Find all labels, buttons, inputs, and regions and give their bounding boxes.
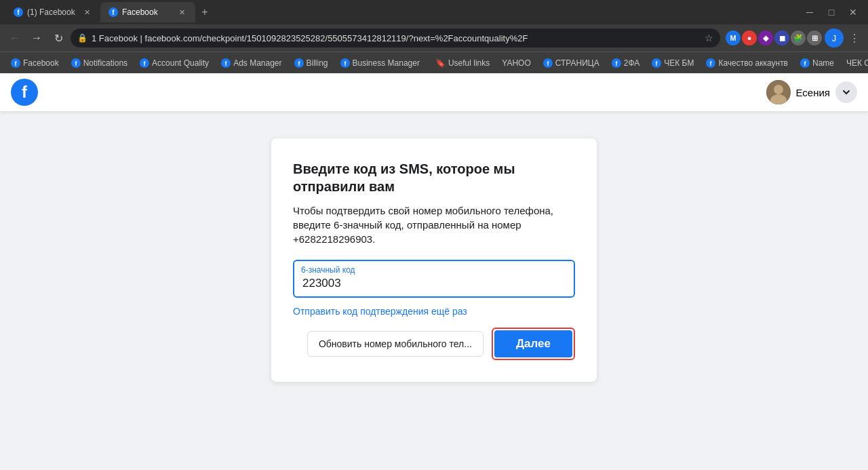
bookmark-favicon-fb: f [11, 58, 20, 68]
forward-button[interactable]: → [27, 28, 46, 47]
bookmark-favicon-stranica: f [543, 58, 553, 68]
bookmark-useful-links[interactable]: 🔖 Useful links [431, 57, 495, 69]
tab-title-2: Facebook [122, 7, 172, 17]
bookmark-label-ads-manager: Ads Manager [233, 58, 281, 68]
bookmark-favicon-bm: f [340, 58, 350, 68]
address-bar[interactable]: 🔒 1 Facebook | facebook.com/checkpoint/1… [71, 28, 720, 47]
new-tab-button[interactable]: + [195, 3, 214, 22]
bookmark-notifications[interactable]: f Notifications [66, 57, 133, 69]
bookmark-favicon-notif: f [71, 58, 81, 68]
url-text: 1 Facebook | facebook.com/checkpoint/150… [92, 33, 701, 43]
ext-icon-2[interactable]: ● [742, 31, 757, 45]
tab-close-2[interactable]: ✕ [176, 7, 187, 18]
back-button[interactable]: ← [5, 28, 24, 47]
bookmark-chek-bm[interactable]: f ЧЕК БМ [646, 57, 699, 69]
buttons-row: Обновить номер мобильного тел... Далее [293, 328, 575, 360]
bookmark-name[interactable]: f Name [795, 57, 840, 69]
nav-bar: ← → ↻ 🔒 1 Facebook | facebook.com/checkp… [0, 24, 868, 52]
ext-icon-grid[interactable]: ⊞ [807, 31, 822, 45]
browser-menu-button[interactable]: ⋮ [846, 29, 863, 47]
lock-icon: 🔒 [77, 33, 87, 43]
bookmark-billing[interactable]: f Billing [289, 57, 334, 69]
close-button[interactable]: ✕ [844, 3, 863, 22]
bookmark-label-business-manager: Business Manager [353, 58, 420, 68]
title-bar: f (1) Facebook ✕ f Facebook ✕ + ─ □ ✕ [0, 0, 868, 24]
tab-favicon-1: f [14, 7, 23, 17]
bookmark-label-2fa: 2ФА [624, 58, 640, 68]
bookmark-favicon-useful: 🔖 [436, 58, 446, 68]
browser-frame: f (1) Facebook ✕ f Facebook ✕ + ─ □ ✕ ← … [0, 0, 868, 470]
fb-header: f Есения [0, 73, 868, 111]
bookmark-label-notifications: Notifications [83, 58, 127, 68]
bookmark-business-manager[interactable]: f Business Manager [335, 57, 425, 69]
card-description: Чтобы подтвердить свой номер мобильного … [293, 203, 575, 246]
card-title: Введите код из SMS, которое мы отправили… [293, 160, 575, 195]
tab-facebook-2[interactable]: f Facebook ✕ [100, 2, 195, 22]
bookmark-account-quality[interactable]: f Account Quality [134, 57, 214, 69]
bookmark-2fa[interactable]: f 2ФА [606, 57, 646, 69]
fb-header-right: Есения [766, 80, 857, 104]
header-dropdown-button[interactable] [835, 81, 857, 103]
bookmark-favicon-name: f [800, 58, 810, 68]
next-button[interactable]: Далее [494, 330, 572, 357]
bookmark-kachestvo[interactable]: f Качество аккаунтв [701, 57, 793, 69]
verification-card: Введите код из SMS, которое мы отправили… [271, 138, 597, 382]
tab-favicon-2: f [108, 7, 118, 17]
maximize-button[interactable]: □ [822, 3, 841, 22]
ext-icon-4[interactable]: ◼ [774, 31, 789, 45]
window-controls: ─ □ ✕ [800, 3, 863, 22]
extension-icons: M ● ◆ ◼ 🧩 ⊞ [726, 31, 822, 45]
ext-icon-1[interactable]: M [726, 31, 741, 45]
update-phone-button[interactable]: Обновить номер мобильного тел... [307, 331, 484, 357]
bookmark-label-chek-seloi: ЧЕК СЕЛОИ [846, 58, 868, 68]
fb-logo[interactable]: f [11, 79, 38, 106]
tab-facebook-1[interactable]: f (1) Facebook ✕ [5, 2, 100, 22]
bookmark-label-billing: Billing [307, 58, 328, 68]
user-avatar [766, 80, 791, 104]
next-button-wrapper: Далее [492, 328, 575, 360]
bookmark-label-facebook: Facebook [23, 58, 59, 68]
bookmark-label-kachestvo: Качество аккаунтв [718, 58, 788, 68]
ext-icon-3[interactable]: ◆ [758, 31, 773, 45]
svg-point-27 [774, 85, 783, 94]
user-name: Есения [796, 87, 830, 98]
code-input-label: 6-значный код [301, 265, 355, 275]
minimize-button[interactable]: ─ [800, 3, 819, 22]
bookmark-stranica[interactable]: f СТРАНИЦА [538, 57, 605, 69]
bookmark-favicon-billing: f [294, 58, 304, 68]
bookmark-favicon-ads: f [221, 58, 231, 68]
main-area: Введите код из SMS, которое мы отправили… [0, 111, 868, 409]
bookmark-yahoo[interactable]: YAHOO [496, 57, 536, 69]
bookmarks-bar: f Facebook f Notifications f Account Qua… [0, 52, 868, 73]
bookmark-favicon-chek-bm: f [652, 58, 661, 68]
tab-title-1: (1) Facebook [27, 7, 77, 17]
code-input-wrapper: 6-значный код [293, 260, 575, 298]
bookmark-label-yahoo: YAHOO [502, 58, 530, 68]
page-content: f Есения Введите код из SMS, которое мы … [0, 73, 868, 470]
ext-icon-puzzle[interactable]: 🧩 [791, 31, 806, 45]
refresh-button[interactable]: ↻ [49, 28, 68, 47]
resend-link[interactable]: Отправить код подтверждения ещё раз [293, 306, 575, 317]
tab-close-1[interactable]: ✕ [81, 7, 92, 18]
bookmark-label-useful-links: Useful links [448, 58, 490, 68]
bookmark-ads-manager[interactable]: f Ads Manager [216, 57, 287, 69]
bookmark-favicon-quality: f [140, 58, 149, 68]
bookmark-label-name: Name [812, 58, 834, 68]
bookmark-facebook[interactable]: f Facebook [5, 57, 64, 69]
bookmark-label-chek-bm: ЧЕК БМ [664, 58, 694, 68]
bookmark-star-icon[interactable]: ☆ [705, 33, 713, 43]
browser-profile-button[interactable]: J [825, 28, 844, 47]
bookmark-label-stranica: СТРАНИЦА [555, 58, 599, 68]
bookmark-favicon-kachestvo: f [706, 58, 715, 68]
bookmark-favicon-2fa: f [612, 58, 621, 68]
bookmark-label-account-quality: Account Quality [152, 58, 209, 68]
bookmark-chek-seloi[interactable]: ЧЕК СЕЛОИ [841, 57, 868, 69]
